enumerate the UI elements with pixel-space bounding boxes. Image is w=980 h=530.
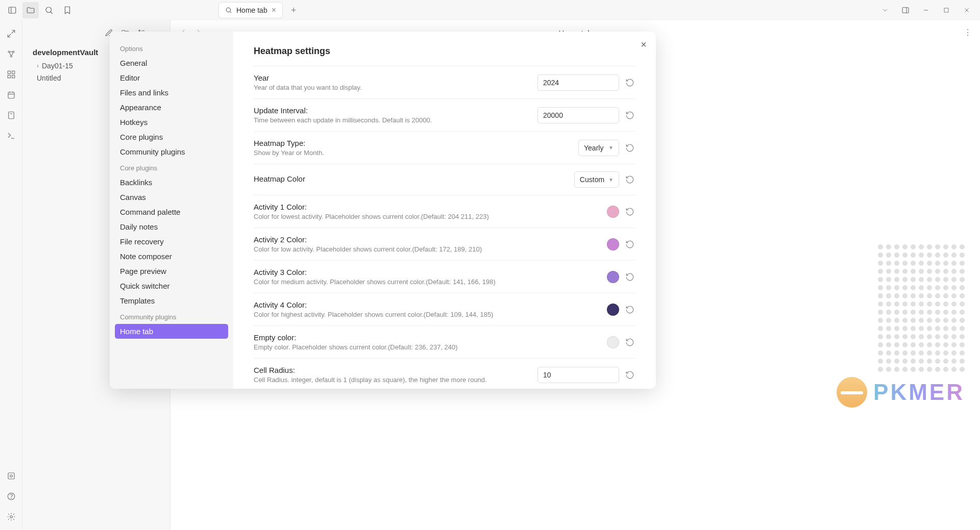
vault-icon[interactable] (4, 469, 18, 483)
setting-activity-3-color: Activity 3 Color: Color for medium activ… (254, 260, 635, 293)
sidebar-item-note-composer[interactable]: Note composer (115, 249, 228, 264)
sidebar-item-general[interactable]: General (115, 56, 228, 70)
empty-color-swatch[interactable] (607, 336, 619, 348)
reset-icon[interactable] (624, 304, 635, 315)
sidebar-item-canvas[interactable]: Canvas (115, 190, 228, 205)
reset-icon[interactable] (624, 142, 635, 154)
reset-icon[interactable] (624, 337, 635, 348)
setting-activity-4-color: Activity 4 Color: Color for highest acti… (254, 293, 635, 325)
setting-desc: Color for low activity. Placeholder show… (254, 245, 607, 253)
sidebar-item-templates[interactable]: Templates (115, 293, 228, 308)
cell-radius-input[interactable] (537, 367, 619, 383)
file-label: Untitled (37, 74, 61, 82)
setting-label: Heatmap Color (254, 174, 574, 183)
svg-point-32 (11, 498, 11, 498)
svg-rect-19 (12, 71, 14, 73)
reset-icon[interactable] (624, 77, 635, 88)
setting-desc: Color for medium activity. Placeholder s… (254, 278, 607, 286)
svg-rect-22 (8, 92, 14, 98)
heatmap-type-select[interactable]: Yearly ▼ (578, 140, 619, 156)
settings-sidebar: Options General Editor Files and links A… (110, 32, 233, 389)
activity-3-color-swatch[interactable] (607, 271, 619, 283)
setting-activity-1-color: Activity 1 Color: Color for lowest activ… (254, 195, 635, 228)
sidebar-item-appearance[interactable]: Appearance (115, 100, 228, 115)
reset-icon[interactable] (624, 206, 635, 217)
svg-rect-9 (944, 8, 948, 12)
close-button[interactable] (958, 2, 976, 18)
reset-icon[interactable] (624, 174, 635, 185)
reset-icon[interactable] (624, 369, 635, 381)
svg-line-3 (51, 12, 53, 14)
sidebar-item-backlinks[interactable]: Backlinks (115, 175, 228, 190)
setting-label: Activity 2 Color: (254, 235, 607, 244)
setting-label: Activity 4 Color: (254, 300, 607, 309)
svg-point-2 (46, 7, 52, 13)
activity-4-color-swatch[interactable] (607, 304, 619, 316)
svg-point-30 (10, 475, 12, 477)
setting-desc: Time between each update in milliseconds… (254, 116, 537, 124)
search-icon (225, 7, 232, 14)
svg-line-5 (230, 11, 231, 13)
reset-icon[interactable] (624, 239, 635, 250)
sidebar-item-file-recovery[interactable]: File recovery (115, 234, 228, 249)
svg-rect-29 (8, 473, 14, 479)
canvas-icon[interactable] (4, 67, 18, 82)
sidebar-item-command-palette[interactable]: Command palette (115, 205, 228, 219)
sidebar-item-quick-switcher[interactable]: Quick switcher (115, 279, 228, 293)
setting-update-interval: Update Interval: Time between each updat… (254, 98, 635, 131)
sidebar-item-core-plugins[interactable]: Core plugins (115, 130, 228, 144)
templates-icon[interactable] (4, 108, 18, 122)
setting-label: Activity 3 Color: (254, 268, 607, 276)
minimize-button[interactable] (917, 2, 935, 18)
settings-content: × Heatmap settings Year Year of data tha… (233, 32, 656, 389)
reset-icon[interactable] (624, 271, 635, 283)
maximize-button[interactable] (937, 2, 955, 18)
panel-right-icon[interactable] (896, 2, 915, 18)
svg-line-15 (9, 52, 11, 56)
daily-note-icon[interactable] (4, 88, 18, 102)
svg-rect-18 (8, 71, 10, 73)
settings-title: Heatmap settings (254, 46, 635, 57)
setting-label: Heatmap Type: (254, 139, 578, 147)
help-icon[interactable] (4, 489, 18, 503)
graph-icon[interactable] (4, 47, 18, 61)
setting-desc: Color for highest activity. Placeholder … (254, 311, 607, 318)
heatmap-color-select[interactable]: Custom ▼ (574, 171, 619, 188)
watermark-logo-icon (837, 377, 867, 408)
reset-icon[interactable] (624, 110, 635, 121)
setting-activity-2-color: Activity 2 Color: Color for low activity… (254, 228, 635, 260)
sidebar-item-home-tab[interactable]: Home tab (115, 324, 228, 339)
activity-2-color-swatch[interactable] (607, 238, 619, 250)
sidebar-item-community-plugins[interactable]: Community plugins (115, 144, 228, 159)
command-palette-icon[interactable] (4, 129, 18, 143)
bookmark-icon[interactable] (59, 2, 76, 18)
watermark: PKMER (837, 377, 965, 408)
settings-icon[interactable] (4, 510, 18, 524)
tab-home[interactable]: Home tab × (218, 2, 283, 18)
quick-switcher-icon[interactable] (4, 27, 18, 41)
search-icon[interactable] (41, 2, 57, 18)
new-tab-button[interactable]: + (287, 3, 301, 18)
settings-modal: Options General Editor Files and links A… (110, 32, 656, 389)
setting-label: Update Interval: (254, 106, 537, 115)
sidebar-section-community: Community plugins (115, 308, 228, 324)
folder-icon[interactable] (22, 2, 39, 18)
sidebar-item-editor[interactable]: Editor (115, 70, 228, 85)
decorative-dots (878, 244, 965, 372)
sidebar-item-files-links[interactable]: Files and links (115, 85, 228, 100)
chevron-right-icon: › (37, 62, 39, 69)
setting-desc: Year of data that you want to display. (254, 84, 537, 91)
chevron-down-icon: ▼ (608, 177, 614, 183)
sidebar-toggle-icon[interactable] (4, 2, 20, 18)
more-options-icon[interactable]: ⋮ (964, 28, 972, 37)
watermark-text: PKMER (873, 380, 965, 405)
modal-close-button[interactable]: × (641, 39, 647, 51)
interval-input[interactable] (537, 107, 619, 123)
chevron-down-icon[interactable] (876, 2, 894, 18)
sidebar-item-hotkeys[interactable]: Hotkeys (115, 115, 228, 130)
sidebar-item-daily-notes[interactable]: Daily notes (115, 219, 228, 234)
activity-1-color-swatch[interactable] (607, 206, 619, 218)
sidebar-item-page-preview[interactable]: Page preview (115, 264, 228, 279)
year-input[interactable] (537, 74, 619, 91)
close-icon[interactable]: × (272, 6, 276, 15)
